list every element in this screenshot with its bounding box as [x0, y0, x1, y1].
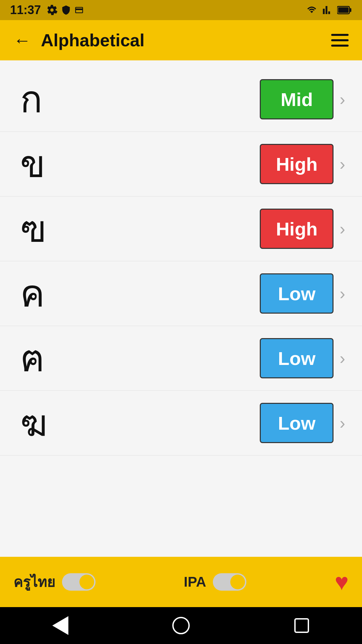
- thai-character: ข: [20, 142, 74, 186]
- home-circle-icon: [172, 617, 190, 634]
- list-item[interactable]: ค Low ›: [0, 261, 362, 326]
- thai-character: ฆ: [20, 401, 74, 445]
- level-badge: High: [260, 144, 334, 184]
- top-bar: ← Alphabetical: [0, 20, 362, 60]
- nav-bar: [0, 607, 362, 644]
- item-right: Low ›: [260, 403, 345, 443]
- menu-line-1: [331, 34, 349, 36]
- menu-button[interactable]: [331, 34, 349, 47]
- status-left: 11:37: [10, 3, 84, 17]
- item-right: High ›: [260, 144, 345, 184]
- card-icon: [74, 4, 84, 16]
- status-bar: 11:37: [0, 0, 362, 20]
- kruthai-section: ครูไทย: [13, 571, 96, 593]
- chevron-right-icon: ›: [340, 219, 345, 238]
- gear-icon: [46, 4, 58, 16]
- back-nav-button[interactable]: [47, 612, 74, 639]
- item-right: Low ›: [260, 273, 345, 314]
- home-nav-button[interactable]: [168, 612, 194, 639]
- bottom-bar: ครูไทย IPA ♥: [0, 557, 362, 607]
- svg-rect-2: [338, 7, 349, 13]
- recents-nav-button[interactable]: [288, 612, 315, 639]
- list-item[interactable]: ฅ Low ›: [0, 326, 362, 391]
- ipa-section: IPA: [184, 573, 246, 591]
- list-item[interactable]: ฃ High ›: [0, 197, 362, 261]
- list-item[interactable]: ฆ Low ›: [0, 391, 362, 455]
- level-badge: Low: [260, 338, 334, 378]
- item-right: Mid ›: [260, 79, 345, 119]
- level-badge: Low: [260, 403, 334, 443]
- kruthai-toggle[interactable]: [62, 573, 96, 591]
- ipa-toggle[interactable]: [213, 573, 246, 591]
- chevron-right-icon: ›: [340, 90, 345, 109]
- chevron-right-icon: ›: [340, 284, 345, 303]
- level-badge: Mid: [260, 79, 334, 119]
- signal-icon: [322, 5, 333, 15]
- main-content: ก Mid › ข High › ฃ High › ค Low › ฅ: [0, 60, 362, 557]
- thai-character: ก: [20, 77, 74, 121]
- list-item[interactable]: ก Mid ›: [0, 67, 362, 132]
- thai-character: ฃ: [20, 207, 74, 251]
- heart-icon[interactable]: ♥: [335, 569, 349, 595]
- menu-line-2: [331, 39, 349, 41]
- chevron-right-icon: ›: [340, 154, 345, 174]
- item-right: High ›: [260, 209, 345, 249]
- recents-square-icon: [294, 618, 309, 633]
- status-right: [305, 5, 352, 15]
- kruthai-toggle-wrap[interactable]: [62, 573, 96, 591]
- shield-icon: [61, 4, 71, 16]
- ipa-toggle-wrap[interactable]: [213, 573, 246, 591]
- back-triangle-icon: [52, 616, 68, 635]
- wifi-icon: [305, 5, 318, 15]
- battery-icon: [337, 5, 352, 15]
- thai-character: ฅ: [20, 336, 74, 380]
- chevron-right-icon: ›: [340, 413, 345, 433]
- list-item[interactable]: ข High ›: [0, 132, 362, 197]
- page-title: Alphabetical: [41, 30, 331, 50]
- level-badge: High: [260, 209, 334, 249]
- back-button[interactable]: ←: [13, 32, 31, 49]
- status-time: 11:37: [10, 3, 41, 17]
- kruthai-label: ครูไทย: [13, 571, 55, 593]
- level-badge: Low: [260, 273, 334, 314]
- svg-rect-1: [350, 8, 352, 12]
- menu-line-3: [331, 45, 349, 47]
- ipa-label: IPA: [184, 574, 206, 590]
- chevron-right-icon: ›: [340, 348, 345, 368]
- item-right: Low ›: [260, 338, 345, 378]
- status-icons: [46, 4, 84, 16]
- thai-character: ค: [20, 271, 74, 316]
